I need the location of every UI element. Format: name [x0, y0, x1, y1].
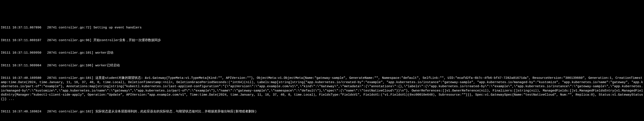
- log-line: I0111 16:37:11.869107 28741 controller.g…: [1, 38, 643, 43]
- log-line: I0111 16:37:11.969950 28741 controller.g…: [1, 51, 643, 55]
- log-line: I0111 16:37:40.169824 28741 controller.g…: [1, 110, 643, 114]
- log-line: I0111 16:37:11.969984 28741 controller.g…: [1, 64, 643, 68]
- log-line: I0111 16:37:40.169580 28741 controller.g…: [1, 76, 643, 101]
- log-line: I0111 16:37:11.867896 28741 controller.g…: [1, 26, 643, 30]
- terminal-output: I0111 16:37:11.867896 28741 controller.g…: [1, 17, 643, 121]
